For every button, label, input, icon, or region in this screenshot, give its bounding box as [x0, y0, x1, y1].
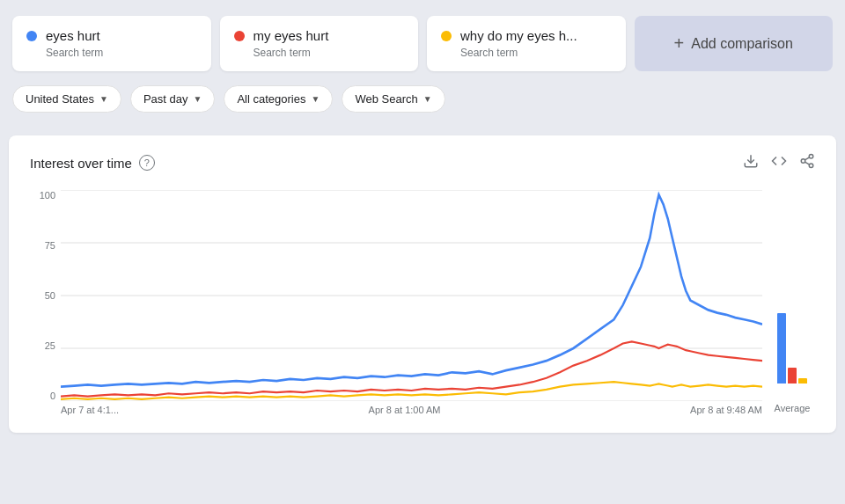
filter-region-label: United States — [26, 92, 94, 106]
search-term-card-1[interactable]: eyes hurt Search term — [12, 16, 211, 71]
y-label-75: 75 — [30, 240, 61, 251]
chart-container: 0 25 50 75 100 — [30, 190, 815, 419]
code-icon[interactable] — [771, 153, 787, 172]
dot-3 — [441, 31, 452, 41]
chart-section: Interest over time ? — [9, 135, 836, 433]
chevron-down-icon-time: ▼ — [194, 94, 202, 104]
filter-time-label: Past day — [143, 92, 188, 106]
search-term-subtitle-3: Search term — [441, 47, 612, 59]
filter-search-type[interactable]: Web Search ▼ — [342, 85, 445, 113]
search-term-subtitle-1: Search term — [26, 47, 197, 59]
search-term-label-3: why do my eyes h... — [460, 28, 577, 43]
search-term-title-2: my eyes hurt — [234, 28, 405, 43]
filter-category[interactable]: All categories ▼ — [224, 85, 333, 113]
search-term-label-2: my eyes hurt — [254, 28, 329, 43]
search-term-title-1: eyes hurt — [26, 28, 197, 43]
x-axis-labels: Apr 7 at 4:1... Apr 8 at 1:00 AM Apr 8 a… — [61, 401, 762, 419]
chart-header: Interest over time ? — [30, 153, 815, 172]
download-icon[interactable] — [743, 153, 759, 172]
avg-bar-yellow — [798, 378, 807, 383]
chart-actions — [743, 153, 815, 172]
top-section: eyes hurt Search term my eyes hurt Searc… — [9, 9, 836, 127]
chart-title-group: Interest over time ? — [30, 155, 155, 171]
search-term-card-3[interactable]: why do my eyes h... Search term — [427, 16, 626, 71]
svg-point-3 — [809, 164, 813, 168]
avg-bars — [777, 190, 807, 401]
red-line — [61, 341, 762, 396]
search-terms-row: eyes hurt Search term my eyes hurt Searc… — [12, 16, 833, 71]
add-comparison-card[interactable]: + Add comparison — [635, 16, 834, 71]
y-label-100: 100 — [30, 190, 61, 201]
avg-section: Average — [762, 190, 815, 419]
svg-line-4 — [805, 162, 809, 164]
help-icon[interactable]: ? — [139, 155, 155, 171]
search-term-subtitle-2: Search term — [234, 47, 405, 59]
x-label-2: Apr 8 at 1:00 AM — [369, 405, 441, 419]
dot-2 — [234, 31, 245, 41]
svg-point-2 — [801, 159, 805, 164]
filter-search-type-label: Web Search — [355, 92, 417, 106]
avg-bar-red — [788, 368, 797, 383]
avg-label: Average — [775, 403, 811, 413]
avg-bar-blue — [777, 313, 786, 383]
x-label-1: Apr 7 at 4:1... — [61, 405, 119, 419]
svg-line-5 — [805, 157, 809, 160]
dot-1 — [26, 31, 37, 41]
chevron-down-icon-region: ▼ — [99, 94, 108, 104]
filter-category-label: All categories — [237, 92, 305, 106]
add-comparison-inner: + Add comparison — [674, 33, 793, 54]
x-label-3: Apr 8 at 9:48 AM — [690, 405, 762, 419]
chevron-down-icon-search-type: ▼ — [423, 94, 432, 104]
add-comparison-label: Add comparison — [691, 36, 793, 52]
filter-time[interactable]: Past day ▼ — [130, 85, 216, 113]
search-term-card-2[interactable]: my eyes hurt Search term — [220, 16, 419, 71]
share-icon[interactable] — [799, 153, 815, 172]
filter-region[interactable]: United States ▼ — [12, 85, 121, 113]
y-label-0: 0 — [30, 391, 61, 401]
svg-point-1 — [809, 155, 813, 159]
y-label-25: 25 — [30, 340, 61, 351]
chevron-down-icon-category: ▼ — [312, 94, 320, 104]
blue-line — [61, 194, 762, 386]
search-term-title-3: why do my eyes h... — [441, 28, 612, 43]
chart-title: Interest over time — [30, 156, 132, 171]
filters-row: United States ▼ Past day ▼ All categorie… — [12, 82, 833, 116]
y-axis-labels: 0 25 50 75 100 — [30, 190, 61, 419]
chart-area: Apr 7 at 4:1... Apr 8 at 1:00 AM Apr 8 a… — [61, 190, 762, 419]
plus-icon: + — [674, 33, 685, 54]
y-label-50: 50 — [30, 290, 61, 301]
search-term-label-1: eyes hurt — [46, 28, 100, 43]
chart-svg — [61, 190, 762, 401]
chart-svg-area — [61, 190, 762, 401]
